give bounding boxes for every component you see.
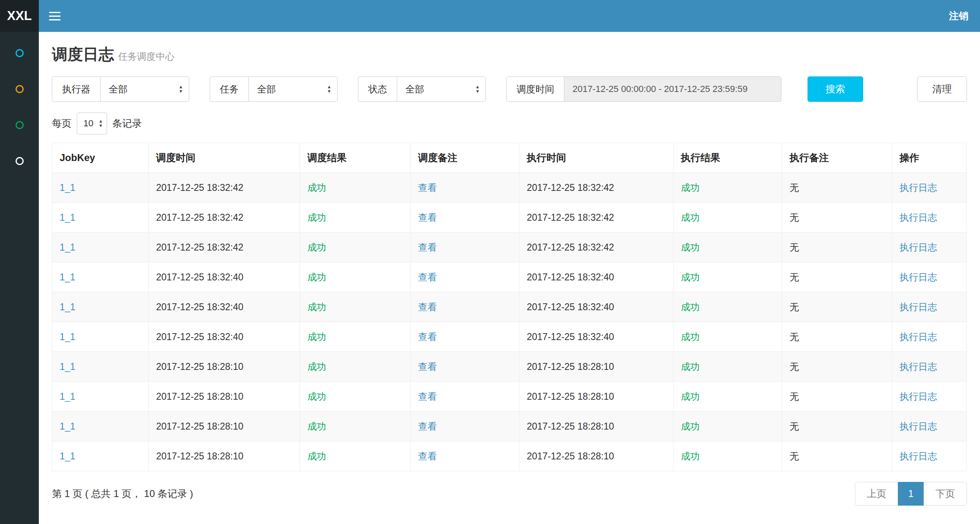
job-select[interactable]: 全部 xyxy=(248,76,338,102)
trigger-remark-cell: 查看 xyxy=(411,322,519,352)
app-logo: XXL xyxy=(0,0,39,32)
col-header-action: 操作 xyxy=(892,143,967,173)
action-cell: 执行日志 xyxy=(892,322,967,352)
exec-log-link[interactable]: 执行日志 xyxy=(899,361,937,372)
handle-remark-cell: 无 xyxy=(782,412,892,441)
trigger-remark-link[interactable]: 查看 xyxy=(418,212,437,223)
handle-remark-cell: 无 xyxy=(782,382,892,412)
handle-result-text: 成功 xyxy=(681,391,700,402)
trigger-time-range-input[interactable]: 2017-12-25 00:00:00 - 2017-12-25 23:59:5… xyxy=(564,76,781,102)
jobkey-link[interactable]: 1_1 xyxy=(60,421,75,432)
trigger-remark-link[interactable]: 查看 xyxy=(418,182,437,193)
jobkey-link[interactable]: 1_1 xyxy=(60,272,75,282)
next-page-button[interactable]: 下页 xyxy=(924,482,967,506)
handle-time-cell: 2017-12-25 18:32:40 xyxy=(519,262,673,292)
jobkey-link[interactable]: 1_1 xyxy=(60,451,75,461)
trigger-remark-link[interactable]: 查看 xyxy=(418,391,437,402)
table-row: 1_1 2017-12-25 18:28:10 成功 查看 2017-12-25… xyxy=(52,352,967,382)
executor-select-value: 全部 xyxy=(109,83,128,96)
col-header-handle-time: 执行时间 xyxy=(519,143,673,173)
trigger-result-cell: 成功 xyxy=(300,262,411,292)
trigger-result-text: 成功 xyxy=(307,331,326,342)
sidebar-item-4[interactable] xyxy=(0,143,39,179)
trigger-remark-link[interactable]: 查看 xyxy=(418,302,437,312)
page-size-select[interactable]: 10 xyxy=(77,112,107,134)
trigger-remark-cell: 查看 xyxy=(411,441,519,471)
jobkey-link[interactable]: 1_1 xyxy=(60,242,75,253)
handle-time-cell: 2017-12-25 18:32:42 xyxy=(519,233,673,262)
exec-log-link[interactable]: 执行日志 xyxy=(899,391,937,402)
exec-log-link[interactable]: 执行日志 xyxy=(899,182,937,193)
prev-page-button[interactable]: 上页 xyxy=(855,482,898,506)
handle-result-cell: 成功 xyxy=(673,441,782,471)
log-table: JobKey 调度时间 调度结果 调度备注 执行时间 执行结果 执行备注 操作 … xyxy=(52,143,967,471)
trigger-result-text: 成功 xyxy=(307,391,326,402)
sidebar-toggle-button[interactable] xyxy=(39,0,71,32)
trigger-remark-link[interactable]: 查看 xyxy=(418,331,437,342)
trigger-result-cell: 成功 xyxy=(300,441,411,471)
action-cell: 执行日志 xyxy=(892,412,967,441)
action-cell: 执行日志 xyxy=(892,203,967,233)
trigger-remark-link[interactable]: 查看 xyxy=(418,242,437,253)
sidebar-item-2[interactable] xyxy=(0,71,39,107)
trigger-remark-cell: 查看 xyxy=(411,382,519,412)
handle-result-text: 成功 xyxy=(681,331,700,342)
trigger-time-filter-group: 调度时间 2017-12-25 00:00:00 - 2017-12-25 23… xyxy=(506,76,781,102)
sidebar-item-1[interactable] xyxy=(0,35,39,71)
trigger-time-cell: 2017-12-25 18:32:42 xyxy=(149,173,300,203)
table-footer: 第 1 页 ( 总共 1 页， 10 条记录 ) 上页 1 下页 xyxy=(39,471,980,516)
table-row: 1_1 2017-12-25 18:32:40 成功 查看 2017-12-25… xyxy=(52,322,967,352)
jobkey-cell: 1_1 xyxy=(52,233,149,262)
trigger-result-cell: 成功 xyxy=(300,382,411,412)
handle-time-cell: 2017-12-25 18:32:40 xyxy=(519,292,673,322)
col-header-trigger-time: 调度时间 xyxy=(149,143,300,173)
app-window: XXL 注销 调度日志任务调度中心 执行器 全部 任务 全部 xyxy=(0,0,980,524)
trigger-remark-link[interactable]: 查看 xyxy=(418,451,437,461)
jobkey-link[interactable]: 1_1 xyxy=(60,182,75,193)
jobkey-link[interactable]: 1_1 xyxy=(60,361,75,372)
sidebar-item-3[interactable] xyxy=(0,107,39,143)
clear-button[interactable]: 清理 xyxy=(917,76,967,102)
current-page-button[interactable]: 1 xyxy=(898,482,924,506)
executor-filter-label: 执行器 xyxy=(52,76,100,102)
page-size-row: 每页 10 条记录 xyxy=(39,102,980,143)
trigger-remark-cell: 查看 xyxy=(411,233,519,262)
handle-remark-cell: 无 xyxy=(782,233,892,262)
trigger-remark-cell: 查看 xyxy=(411,352,519,382)
jobkey-cell: 1_1 xyxy=(52,382,149,412)
trigger-time-cell: 2017-12-25 18:32:40 xyxy=(149,322,300,352)
circle-o-icon xyxy=(16,121,24,129)
jobkey-link[interactable]: 1_1 xyxy=(60,391,75,402)
exec-log-link[interactable]: 执行日志 xyxy=(899,212,937,223)
circle-o-icon xyxy=(16,157,24,165)
exec-log-link[interactable]: 执行日志 xyxy=(899,242,937,253)
status-select[interactable]: 全部 xyxy=(397,76,486,102)
table-row: 1_1 2017-12-25 18:28:10 成功 查看 2017-12-25… xyxy=(52,382,967,412)
trigger-remark-link[interactable]: 查看 xyxy=(418,361,437,372)
handle-remark-cell: 无 xyxy=(782,322,892,352)
exec-log-link[interactable]: 执行日志 xyxy=(899,302,937,312)
logout-link[interactable]: 注销 xyxy=(937,0,980,32)
hamburger-icon xyxy=(49,16,60,17)
jobkey-link[interactable]: 1_1 xyxy=(60,331,75,342)
jobkey-link[interactable]: 1_1 xyxy=(60,212,75,223)
exec-log-link[interactable]: 执行日志 xyxy=(899,421,937,432)
trigger-time-cell: 2017-12-25 18:28:10 xyxy=(149,352,300,382)
executor-select[interactable]: 全部 xyxy=(100,76,189,102)
trigger-time-cell: 2017-12-25 18:28:10 xyxy=(149,441,300,471)
exec-log-link[interactable]: 执行日志 xyxy=(899,331,937,342)
select-arrows-icon xyxy=(327,85,331,94)
handle-remark-cell: 无 xyxy=(782,173,892,203)
table-row: 1_1 2017-12-25 18:28:10 成功 查看 2017-12-25… xyxy=(52,412,967,441)
exec-log-link[interactable]: 执行日志 xyxy=(899,451,937,461)
handle-result-cell: 成功 xyxy=(673,412,782,441)
main-content: 调度日志任务调度中心 执行器 全部 任务 全部 状态 xyxy=(39,32,980,524)
trigger-remark-link[interactable]: 查看 xyxy=(418,421,437,432)
search-button[interactable]: 搜索 xyxy=(808,76,863,102)
trigger-result-text: 成功 xyxy=(307,272,326,282)
exec-log-link[interactable]: 执行日志 xyxy=(899,272,937,282)
trigger-result-text: 成功 xyxy=(307,242,326,253)
trigger-remark-link[interactable]: 查看 xyxy=(418,272,437,282)
handle-time-cell: 2017-12-25 18:28:10 xyxy=(519,441,673,471)
jobkey-link[interactable]: 1_1 xyxy=(60,302,75,312)
